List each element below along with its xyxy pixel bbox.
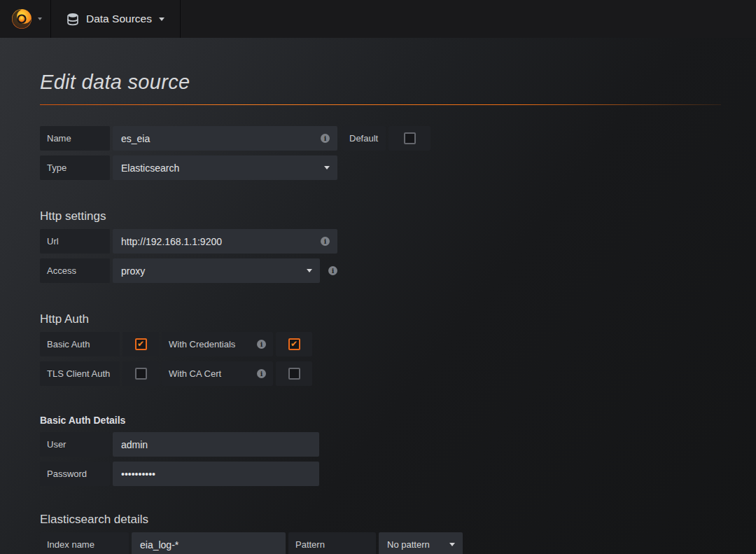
access-select[interactable]: proxy [113, 258, 320, 283]
index-name-input[interactable] [132, 532, 286, 554]
name-input[interactable] [113, 126, 337, 151]
with-credentials-label: With Credentials [162, 332, 273, 356]
nav-datasources-label: Data Sources [86, 13, 152, 25]
with-credentials-checkbox-chip [276, 332, 312, 356]
index-pattern-row: Index name Pattern No pattern [40, 532, 721, 554]
with-ca-cert-checkbox[interactable] [288, 368, 300, 380]
user-input-wrap [113, 432, 319, 457]
with-credentials-checkbox[interactable] [288, 338, 300, 350]
default-checkbox-chip [388, 126, 430, 151]
title-divider [40, 104, 721, 105]
password-row: Password [40, 462, 721, 486]
name-row: Name Default [40, 126, 721, 151]
navbar: Data Sources [0, 0, 756, 38]
grafana-logo-icon [10, 7, 34, 31]
caret-down-icon [324, 166, 330, 169]
info-icon[interactable] [328, 266, 337, 275]
basic-auth-details-heading: Basic Auth Details [40, 414, 721, 427]
access-label: Access [40, 258, 110, 283]
tls-client-auth-label: TLS Client Auth [40, 361, 120, 386]
index-name-input-wrap [132, 532, 286, 554]
with-ca-cert-label: With CA Cert [162, 361, 273, 386]
url-input[interactable] [113, 229, 337, 254]
user-input[interactable] [113, 432, 319, 457]
pattern-select[interactable]: No pattern [379, 532, 463, 554]
tls-auth-row: TLS Client Auth With CA Cert [40, 361, 721, 386]
password-input-wrap [113, 462, 319, 486]
http-settings-heading: Http settings [40, 209, 721, 223]
info-icon[interactable] [321, 134, 330, 143]
http-auth-heading: Http Auth [40, 312, 721, 326]
with-ca-cert-checkbox-chip [276, 361, 312, 386]
basic-auth-checkbox[interactable] [135, 338, 147, 350]
access-select-value: proxy [121, 265, 145, 277]
caret-down-icon [449, 543, 455, 546]
url-label: Url [40, 229, 110, 254]
type-select-value: Elasticsearch [121, 162, 179, 174]
tls-client-auth-checkbox-chip [122, 361, 159, 386]
type-label: Type [40, 155, 110, 180]
page-content: Edit data source Name Default Type Elast… [0, 69, 756, 554]
nav-datasources-dropdown[interactable]: Data Sources [51, 0, 181, 38]
default-checkbox[interactable] [404, 132, 416, 144]
tls-client-auth-checkbox[interactable] [135, 368, 147, 380]
grafana-menu-button[interactable] [0, 0, 51, 38]
pattern-select-value: No pattern [387, 539, 430, 550]
name-label: Name [40, 126, 110, 151]
password-input[interactable] [113, 462, 319, 486]
database-icon [66, 13, 79, 26]
caret-down-icon [38, 18, 42, 20]
caret-down-icon [159, 18, 164, 21]
page-title: Edit data source [40, 69, 721, 95]
elasticsearch-details-heading: Elasticsearch details [40, 513, 721, 527]
type-row: Type Elasticsearch [40, 155, 721, 180]
password-label: Password [40, 462, 110, 486]
basic-auth-row: Basic Auth With Credentials [40, 332, 721, 356]
access-row: Access proxy [40, 258, 721, 283]
url-row: Url [40, 229, 721, 254]
with-ca-cert-label-text: With CA Cert [169, 368, 221, 379]
basic-auth-label: Basic Auth [40, 332, 120, 356]
type-select[interactable]: Elasticsearch [113, 155, 337, 180]
url-input-wrap [113, 229, 337, 254]
basic-auth-checkbox-chip [122, 332, 159, 356]
with-credentials-label-text: With Credentials [169, 339, 235, 349]
name-input-wrap [113, 126, 337, 151]
user-label: User [40, 432, 110, 457]
pattern-label: Pattern [288, 532, 376, 554]
info-icon[interactable] [321, 237, 330, 246]
default-label: Default [342, 126, 386, 151]
info-icon[interactable] [257, 369, 266, 378]
user-row: User [40, 432, 721, 457]
caret-down-icon [307, 269, 312, 272]
index-name-label: Index name [40, 532, 129, 554]
info-icon[interactable] [257, 340, 266, 349]
